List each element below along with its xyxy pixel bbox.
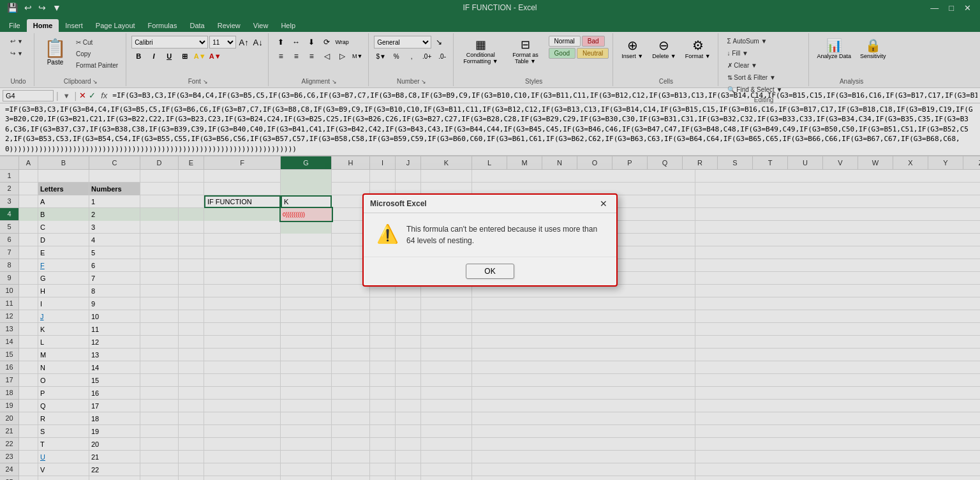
modal-message: This formula can't be entered because it… <box>406 223 604 246</box>
ok-button[interactable]: OK <box>466 264 514 279</box>
excel-error-dialog: Microsoft Excel ✕ ⚠️ This formula can't … <box>362 193 618 287</box>
modal-title: Microsoft Excel <box>370 199 427 208</box>
modal-footer: OK <box>364 257 616 285</box>
modal-overlay: Microsoft Excel ✕ ⚠️ This formula can't … <box>0 0 980 480</box>
modal-close-button[interactable]: ✕ <box>597 199 610 209</box>
modal-title-bar: Microsoft Excel ✕ <box>364 195 616 213</box>
warning-icon: ⚠️ <box>376 223 399 244</box>
modal-body: ⚠️ This formula can't be entered because… <box>364 213 616 257</box>
